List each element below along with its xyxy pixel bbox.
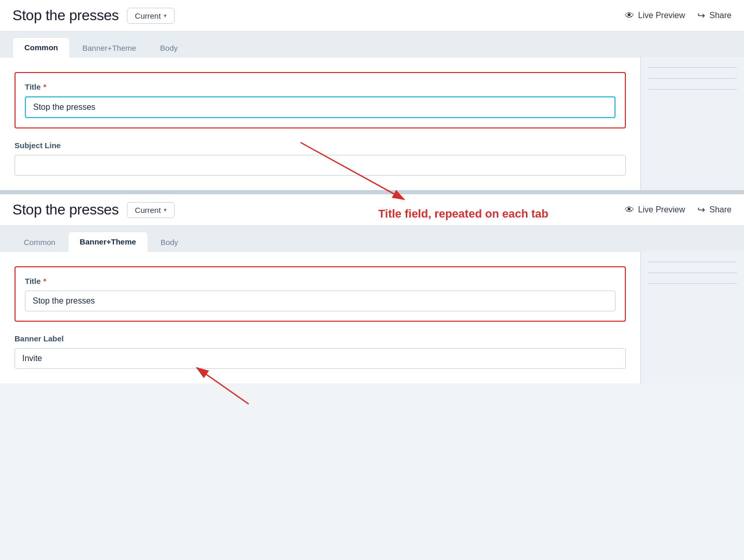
- tab-banner-theme[interactable]: Banner+Theme: [71, 38, 148, 58]
- share-button-2[interactable]: ↪ Share: [697, 204, 732, 216]
- required-indicator: *: [44, 82, 47, 91]
- tab-body[interactable]: Body: [149, 38, 189, 58]
- panel-2: Stop the presses Current ▾ 👁 Live Previe…: [0, 194, 744, 383]
- share-label-2: Share: [709, 205, 732, 214]
- version-label: Current: [135, 11, 161, 20]
- header-right-2: 👁 Live Preview ↪ Share: [625, 204, 732, 216]
- sidebar-divider-3: [648, 89, 737, 90]
- tab-banner-theme-2[interactable]: Banner+Theme: [68, 232, 148, 252]
- live-preview-label-2: Live Preview: [638, 205, 685, 214]
- share-button[interactable]: ↪ Share: [697, 10, 732, 21]
- chevron-down-icon: ▾: [164, 12, 167, 19]
- sidebar-divider-6: [648, 283, 737, 284]
- panel-1-tabs: Common Banner+Theme Body: [0, 32, 744, 57]
- version-dropdown-2[interactable]: Current ▾: [127, 202, 175, 218]
- panel-2-header: Stop the presses Current ▾ 👁 Live Previe…: [0, 194, 744, 226]
- panel-1-main: Title * Subject Line: [0, 57, 640, 190]
- share-icon: ↪: [697, 10, 705, 21]
- live-preview-label: Live Preview: [638, 11, 685, 20]
- live-preview-button-2[interactable]: 👁 Live Preview: [625, 205, 685, 216]
- panel-1-sidebar: [640, 57, 744, 190]
- tab-common[interactable]: Common: [12, 37, 70, 58]
- panel-1: Stop the presses Current ▾ 👁 Live Previe…: [0, 0, 744, 190]
- sidebar-divider-1: [648, 67, 737, 68]
- live-preview-button[interactable]: 👁 Live Preview: [625, 10, 685, 21]
- panel-divider: [0, 190, 744, 194]
- version-label-2: Current: [135, 206, 161, 214]
- banner-label-section: Banner Label: [15, 334, 626, 369]
- panel-2-content-area: Title * Banner Label: [0, 251, 744, 383]
- panel-1-form: Title * Subject Line: [0, 57, 640, 190]
- title-input-2[interactable]: [25, 291, 616, 311]
- subject-input[interactable]: [15, 155, 626, 176]
- panel-2-form: Title * Banner Label: [0, 251, 640, 383]
- sidebar-divider-2: [648, 78, 737, 79]
- panel-1-header: Stop the presses Current ▾ 👁 Live Previe…: [0, 0, 744, 32]
- share-icon-2: ↪: [697, 204, 705, 216]
- tab-common-2[interactable]: Common: [12, 233, 67, 252]
- title-label: Title *: [25, 82, 616, 91]
- panel-2-sidebar: [640, 251, 744, 383]
- sidebar-divider-5: [648, 272, 737, 273]
- title-label-2: Title *: [25, 277, 616, 285]
- eye-icon: 👁: [625, 10, 634, 21]
- eye-icon-2: 👁: [625, 205, 634, 216]
- banner-label-label: Banner Label: [15, 334, 626, 343]
- header-right: 👁 Live Preview ↪ Share: [625, 10, 732, 21]
- version-dropdown[interactable]: Current ▾: [127, 8, 175, 24]
- title-section-box-2: Title *: [15, 266, 626, 322]
- panel-2-main: Title * Banner Label: [0, 251, 640, 383]
- page-title-2: Stop the presses: [12, 202, 119, 218]
- chevron-down-icon-2: ▾: [164, 207, 167, 213]
- subject-section: Subject Line: [15, 141, 626, 176]
- tab-body-2[interactable]: Body: [149, 233, 190, 252]
- sidebar-divider-4: [648, 262, 737, 262]
- panel-2-tabs: Common Banner+Theme Body: [0, 226, 744, 251]
- title-input[interactable]: [25, 96, 616, 118]
- page-title: Stop the presses: [12, 7, 119, 24]
- share-label: Share: [709, 11, 732, 20]
- subject-label: Subject Line: [15, 141, 626, 150]
- title-section-box: Title *: [15, 72, 626, 128]
- panel-1-content-area: Title * Subject Line: [0, 57, 744, 190]
- banner-label-input[interactable]: [15, 348, 626, 369]
- required-indicator-2: *: [44, 277, 47, 285]
